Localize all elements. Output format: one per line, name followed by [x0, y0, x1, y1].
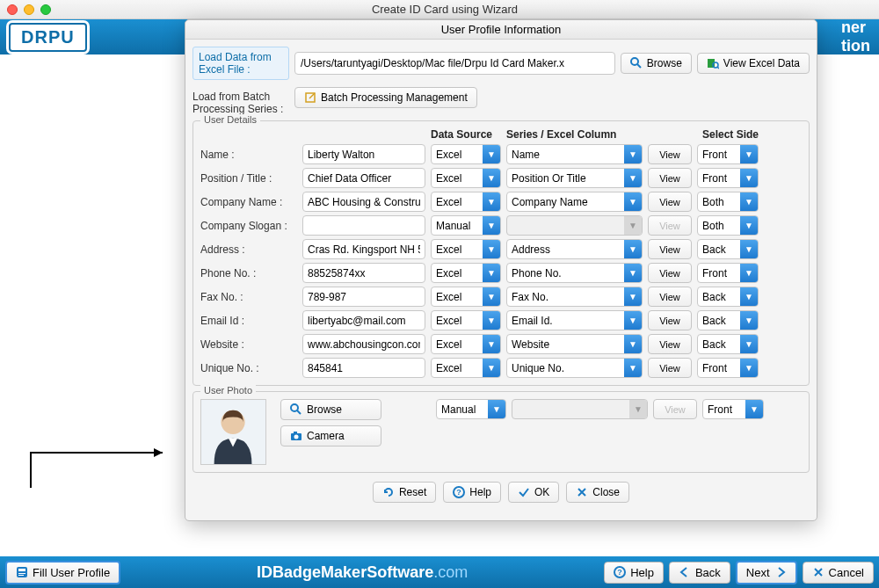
data-source-select[interactable]: Excel▼ [431, 310, 501, 330]
chevron-down-icon: ▼ [740, 240, 758, 258]
chevron-down-icon: ▼ [483, 287, 500, 306]
side-select[interactable]: Back▼ [697, 239, 759, 259]
data-source-select[interactable]: Excel▼ [431, 287, 501, 307]
callout-arrow [26, 448, 185, 501]
user-photo-legend: User Photo [200, 385, 256, 396]
chevron-down-icon: ▼ [740, 216, 758, 235]
field-value-input[interactable] [302, 263, 425, 283]
data-source-select[interactable]: Excel▼ [431, 263, 501, 283]
side-select[interactable]: Back▼ [697, 310, 759, 330]
column-select[interactable]: Name▼ [506, 144, 643, 164]
column-select[interactable]: Fax No.▼ [506, 287, 643, 307]
help-icon: ? [614, 566, 626, 578]
data-source-select[interactable]: Excel▼ [431, 192, 501, 212]
data-source-select[interactable]: Excel▼ [431, 168, 501, 188]
column-select[interactable]: Unique No.▼ [506, 358, 643, 378]
side-select[interactable]: Front▼ [697, 168, 759, 188]
data-source-select[interactable]: Excel▼ [431, 239, 501, 259]
data-source-select[interactable]: Excel▼ [431, 358, 501, 378]
browse-excel-button[interactable]: Browse [621, 53, 692, 74]
batch-processing-button[interactable]: Batch Processing Management [294, 87, 477, 108]
chevron-down-icon: ▼ [624, 145, 642, 163]
load-excel-label: Load Data from Excel File : [193, 47, 289, 80]
chevron-down-icon: ▼ [740, 287, 758, 306]
field-value-input[interactable] [302, 168, 425, 188]
user-photo-fieldset: User Photo Browse [193, 391, 810, 473]
field-value-input[interactable] [302, 239, 425, 259]
photo-source-select[interactable]: Manual ▼ [436, 399, 506, 419]
detail-row: Company Name :Excel▼Company Name▼ViewBot… [200, 192, 802, 212]
view-button[interactable]: View [648, 263, 692, 283]
chevron-down-icon: ▼ [624, 335, 642, 353]
close-traffic-light[interactable] [7, 4, 18, 15]
side-select[interactable]: Both▼ [697, 215, 759, 236]
column-select[interactable]: Phone No.▼ [506, 263, 643, 283]
field-value-input[interactable] [302, 358, 425, 378]
side-select[interactable]: Front▼ [697, 358, 759, 378]
side-select[interactable]: Back▼ [697, 334, 759, 354]
field-value-input[interactable] [302, 144, 425, 164]
column-select[interactable]: Website▼ [506, 334, 643, 354]
photo-side-select[interactable]: Front ▼ [702, 399, 764, 419]
detail-row: Phone No. :Excel▼Phone No.▼ViewFront▼ [200, 263, 802, 283]
user-photo-thumbnail[interactable] [200, 399, 266, 465]
chevron-down-icon: ▼ [483, 311, 500, 330]
column-select[interactable]: Company Name▼ [506, 192, 643, 212]
fill-user-profile-button[interactable]: Fill User Profile [5, 561, 120, 584]
reset-button[interactable]: Reset [373, 482, 436, 503]
user-profile-modal: User Profile Information Load Data from … [185, 19, 817, 521]
help-button-modal[interactable]: ? Help [443, 482, 501, 503]
view-excel-button[interactable]: View Excel Data [697, 53, 810, 74]
field-label: Unique No. : [200, 362, 297, 374]
field-label: Company Slogan : [200, 220, 297, 232]
search-icon [630, 57, 643, 69]
chevron-down-icon: ▼ [740, 145, 758, 163]
chevron-down-icon: ▼ [629, 400, 647, 418]
data-source-select[interactable]: Manual▼ [431, 215, 501, 236]
field-value-input[interactable] [302, 287, 425, 307]
photo-camera-button[interactable]: Camera [280, 425, 381, 446]
detail-row: Company Slogan :Manual▼▼ViewBoth▼ [200, 215, 802, 236]
footer-watermark: IDBadgeMakerSoftware.com [126, 563, 599, 582]
side-select[interactable]: Front▼ [697, 144, 759, 164]
chevron-down-icon: ▼ [483, 169, 500, 187]
side-select[interactable]: Both▼ [697, 192, 759, 212]
column-select[interactable]: Address▼ [506, 239, 643, 259]
next-button[interactable]: Next [736, 561, 797, 584]
close-button-modal[interactable]: Close [566, 482, 629, 503]
detail-row: Position / Title :Excel▼Position Or Titl… [200, 168, 802, 188]
view-button[interactable]: View [648, 310, 692, 330]
column-select[interactable]: Position Or Title▼ [506, 168, 643, 188]
view-button[interactable]: View [648, 334, 692, 354]
help-button-footer[interactable]: ? Help [604, 562, 664, 584]
view-button[interactable]: View [648, 239, 692, 259]
view-button[interactable]: View [648, 192, 692, 212]
field-value-input[interactable] [302, 310, 425, 330]
field-value-input[interactable] [302, 215, 425, 236]
chevron-down-icon: ▼ [483, 240, 500, 258]
ok-button[interactable]: OK [508, 482, 559, 503]
view-button[interactable]: View [648, 168, 692, 188]
chevron-down-icon: ▼ [740, 359, 758, 377]
back-button[interactable]: Back [669, 562, 730, 584]
svg-rect-1 [18, 569, 25, 571]
field-label: Fax No. : [200, 291, 297, 303]
profile-icon [16, 566, 28, 578]
field-value-input[interactable] [302, 192, 425, 212]
view-button[interactable]: View [648, 287, 692, 307]
data-source-select[interactable]: Excel▼ [431, 144, 501, 164]
column-select[interactable]: Email Id.▼ [506, 310, 643, 330]
data-source-select[interactable]: Excel▼ [431, 334, 501, 354]
field-value-input[interactable] [302, 334, 425, 354]
excel-path-input[interactable] [294, 52, 615, 75]
close-icon [812, 566, 825, 578]
view-button[interactable]: View [648, 358, 692, 378]
cancel-button-footer[interactable]: Cancel [803, 562, 874, 584]
side-select[interactable]: Front▼ [697, 263, 759, 283]
side-select[interactable]: Back▼ [697, 287, 759, 307]
column-select: ▼ [506, 215, 643, 236]
view-button[interactable]: View [648, 144, 692, 164]
photo-browse-button[interactable]: Browse [280, 399, 381, 420]
chevron-down-icon: ▼ [483, 335, 500, 353]
header-partial-text: ner tion [841, 18, 870, 55]
